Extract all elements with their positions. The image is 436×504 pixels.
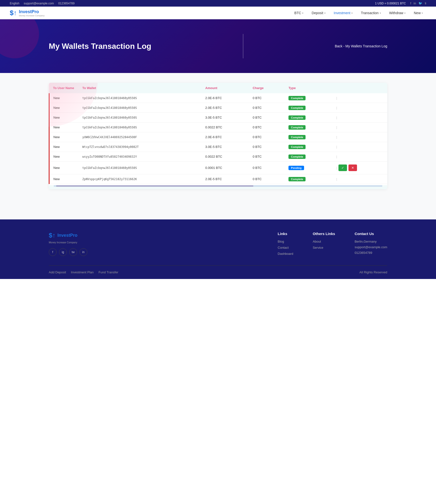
footer-twitter-icon[interactable]: tw [69,248,77,256]
cell-charge: 0 BTC [249,152,285,162]
footer-service-link[interactable]: Service [313,246,335,249]
nav-deposit[interactable]: Deposit ▾ [308,9,329,17]
cell-charge: 0 BTC [249,132,285,142]
cell-charge: 0 BTC [249,103,285,113]
cell-wallet: yUW6CZdVwC4XJXEl448692528445O8F [79,132,201,142]
cell-user: New [49,152,79,162]
table-header: To User Name To Wallet Amount Charge Typ… [49,83,387,93]
cell-user: New [49,93,79,103]
nav-withdraw[interactable]: Withdraw ▾ [386,9,409,17]
table-body: New tpCGkFaZcbqnwJ6l418018460y0550S 2.0E… [49,93,387,184]
footer-instagram-icon[interactable]: ig [59,248,67,256]
status-badge-complete: Complete [288,125,306,130]
row-divider: | [336,155,337,158]
cell-charge: 0 BTC [249,93,285,103]
chevron-down-icon: ▾ [422,12,423,14]
cell-wallet: tpCGkFaZcbqnwJ6l418018460y0550S [79,162,201,174]
confirm-button[interactable]: ✓ [338,165,347,171]
cell-charge: 0 BTC [249,174,285,184]
footer-others-col: Others Links About Service [313,232,335,258]
cell-status: Complete [285,132,332,142]
cell-amount: 0.0022 BTC [201,123,249,132]
footer-logo: $↑ InvestPro [49,232,258,239]
cell-actions: | [332,132,387,142]
cell-wallet: tpCGkFaZcbqnwJ6l418018460y0550S [79,123,201,132]
cell-amount: 0.0001 BTC [201,162,249,174]
phone-contact: 0123654789 [58,2,75,5]
row-divider: | [336,125,337,129]
footer-divider [49,265,387,266]
footer-top: $↑ InvestPro Money Increase Company f ig… [49,232,387,258]
footer-bottom: Add Deposit Investment Plan Fund Transfe… [49,270,387,274]
scroll-bar[interactable] [54,185,382,187]
col-to-wallet: To Wallet [79,83,201,93]
top-bar-left: English support@example.com 0123654789 [10,2,75,5]
footer-dashboard-link[interactable]: Dashboard [278,252,293,256]
cell-wallet: tpCGkFaZcbqnwJ6l418018460y0550S [79,103,201,113]
cell-status: Complete [285,93,332,103]
footer-add-deposit-link[interactable]: Add Deposit [49,270,66,274]
navbar: $↑ InvestPro Money Increase Company BTC … [0,7,436,19]
logo[interactable]: $↑ InvestPro Money Increase Company [10,9,45,17]
status-badge-complete: Complete [288,177,306,181]
nav-investment[interactable]: Investment ▾ [330,9,356,17]
nav-btc[interactable]: BTC ▾ [291,9,307,17]
page-title: My Wallets Transaction Log [49,42,151,51]
table-row: New yUW6CZdVwC4XJXEl448692528445O8F 2.0E… [49,132,387,142]
hero-section: My Wallets Transaction Log Back - My Wal… [0,19,436,73]
footer-fund-transfer-link[interactable]: Fund Transfer [99,270,118,274]
cell-user: New [49,132,79,142]
facebook-icon[interactable]: f [410,1,411,5]
footer-investment-plan-link[interactable]: Investment Plan [71,270,94,274]
status-badge-complete: Complete [288,106,306,110]
instagram-icon[interactable]: in [414,1,416,5]
email-contact: support@example.com [24,2,54,5]
twitter-icon[interactable]: 🐦 [418,1,422,5]
footer-blog-link[interactable]: Blog [278,240,293,243]
chevron-down-icon: ▾ [324,12,326,14]
col-to-user: To User Name [49,83,79,93]
nav-transaction[interactable]: Transaction ▾ [357,9,384,17]
footer-about-link[interactable]: About [313,240,335,243]
cell-amount: 3.0E-5 BTC [201,113,249,123]
hero-divider [243,34,243,58]
footer-brand: $↑ InvestPro Money Increase Company f ig… [49,232,258,258]
footer-contact-link[interactable]: Contact [278,246,293,249]
chevron-down-icon: ▾ [404,12,406,14]
table-row: New tpCGkFaZcbqnwJ6l418018460y0550S 0.00… [49,162,387,174]
footer-links-col: Links Blog Contact Dashboard [278,232,293,258]
language-selector[interactable]: English [10,2,19,5]
cell-charge: 0 BTC [249,142,285,152]
status-badge-complete: Complete [288,154,306,159]
row-divider: | [336,106,337,110]
breadcrumb: Back - My Wallets Transaction Log [335,44,387,48]
footer-copyright: All Rights Reserved [359,270,387,274]
table-row: New wsyyZuTO08NDTXfu858274034O9832Y 0.00… [49,152,387,162]
cell-user: New [49,174,79,184]
footer-bottom-links: Add Deposit Investment Plan Fund Transfe… [49,270,118,274]
cell-user: New [49,103,79,113]
footer-contact-heading: Contact Us [355,232,387,236]
cell-actions: | [332,152,387,162]
scroll-thumb[interactable] [56,185,253,187]
footer-facebook-icon[interactable]: f [49,248,57,256]
footer-phone: 0123654789 [355,251,387,255]
cell-actions: | [332,113,387,123]
logo-icon: $↑ [10,9,17,17]
cell-actions: | [332,103,387,113]
footer-email: support@example.com [355,245,387,249]
nav-new[interactable]: New ▾ [410,9,426,17]
scroll-area[interactable] [49,185,387,189]
footer: $↑ InvestPro Money Increase Company f ig… [0,219,436,279]
cell-user: New [49,113,79,123]
chevron-down-icon: ▾ [351,12,353,14]
linkedin-icon[interactable]: li [425,1,426,5]
cell-actions: | [332,123,387,132]
col-charge: Charge [249,83,285,93]
table-card: To User Name To Wallet Amount Charge Typ… [49,83,387,189]
cell-user: New [49,162,79,174]
cancel-button[interactable]: ✕ [348,165,357,171]
cell-wallet: wsyyZuTO08NDTXfu858274034O9832Y [79,152,201,162]
footer-linkedin-icon[interactable]: in [79,248,87,256]
footer-logo-icon: $↑ [49,232,55,239]
